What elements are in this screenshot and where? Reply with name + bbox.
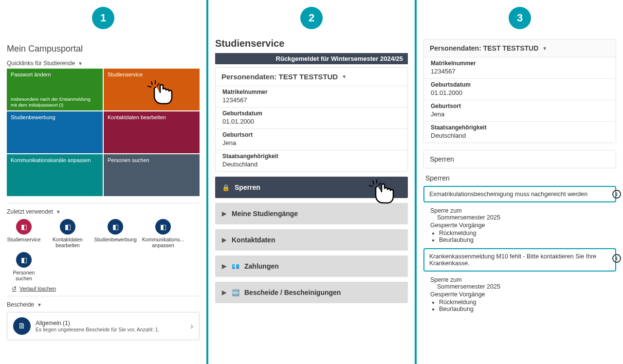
accordion-sperren[interactable]: Sperren: [215, 177, 408, 198]
bescheide-item-title: Allgemein (1): [36, 320, 185, 327]
field-geburtsdatum: Geburtsdatum 01.01.2000: [424, 78, 616, 100]
tile-title: Personen suchen: [108, 157, 196, 163]
recent-item-kontaktdaten[interactable]: ◧ Kontaktdaten bearbeiten: [51, 219, 85, 248]
chevron-down-icon: ▼: [56, 209, 61, 215]
chevron-down-icon: ▼: [37, 302, 42, 308]
persondata-toggle[interactable]: Personendaten: TEST TESTSTUD ▼: [216, 68, 407, 86]
page-title: Studienservice: [215, 38, 408, 49]
page-icon: ◧: [16, 219, 32, 235]
quicklinks-label: Quicklinks für Studierende: [7, 60, 75, 67]
recent-item-label: Studienbewerbung: [94, 237, 137, 242]
persondata-title: Personendaten: TEST TESTSTUD: [430, 44, 538, 52]
step-badge-3: 3: [509, 7, 531, 29]
step-badge-2: 2: [300, 7, 323, 29]
tile-studienbewerbung[interactable]: Studienbewerbung: [7, 111, 103, 153]
field-value: 01.01.2000: [222, 118, 401, 125]
chevron-right-icon: ▶: [222, 237, 227, 243]
sperre-zum-value: Sommersemester 2025: [430, 214, 614, 221]
sperre-2-details: Sperre zum Sommersemester 2025 Gesperrte…: [423, 274, 616, 317]
tile-passwort-aendern[interactable]: Passwort ändern Insbesondere nach der Er…: [7, 69, 103, 110]
sperren-label: Sperren: [423, 174, 616, 182]
bescheide-item-subtitle: Es liegen ungelesene Bescheide für Sie v…: [36, 327, 185, 332]
field-label: Staatsangehörigkeit: [431, 124, 609, 131]
chevron-down-icon: ▼: [342, 74, 347, 79]
sperre-zum-label: Sperre zum: [430, 276, 614, 283]
svg-line-7: [379, 182, 381, 185]
accordion-meine-studiengaenge[interactable]: ▶ Meine Studiengänge: [215, 203, 408, 224]
bescheide-item[interactable]: 🗎 Allgemein (1) Es liegen ungelesene Bes…: [7, 312, 200, 340]
tile-kontaktdaten-bearbeiten[interactable]: Kontaktdaten bearbeiten: [104, 111, 200, 153]
panel-3: 3 Personendaten: TEST TESTSTUD ▼ Matrike…: [417, 0, 623, 364]
field-label: Matrikelnummer: [431, 60, 609, 67]
accordion-kontaktdaten[interactable]: ▶ Kontaktdaten: [215, 229, 408, 251]
persondata-title: Personendaten: TEST TESTSTUD: [221, 73, 338, 81]
sperre-vorgang: Beurlaubung: [439, 306, 614, 312]
page-icon: ◧: [16, 252, 32, 268]
field-label: Geburtsort: [222, 131, 401, 138]
new-document-icon: [232, 289, 239, 296]
recent-item-label: Personen suchen: [7, 270, 41, 281]
accordion-label: Kontaktdaten: [232, 236, 275, 244]
recent-toggle[interactable]: Zuletzt verwendet ▼: [7, 208, 200, 215]
field-matrikelnummer: Matrikelnummer 1234567: [216, 86, 407, 107]
field-label: Staatsangehörigkeit: [222, 153, 401, 160]
bescheide-label: Bescheide: [7, 301, 34, 308]
sperren-section-header[interactable]: Sperren: [423, 150, 616, 168]
accordion-zahlungen[interactable]: ▶ Zahlungen: [215, 255, 408, 277]
field-staatsangehoerigkeit: Staatsangehörigkeit Deutschland: [216, 150, 407, 171]
svg-line-1: [147, 86, 151, 87]
field-value: 1234567: [222, 96, 401, 104]
money-icon: [232, 262, 239, 270]
sperre-vorgang: Rückmeldung: [439, 299, 614, 306]
field-matrikelnummer: Matrikelnummer 1234567: [424, 57, 616, 78]
page-icon: ◧: [60, 219, 75, 235]
lock-icon: [222, 183, 230, 191]
accordion-bescheide[interactable]: ▶ Bescheide / Bescheinigungen: [215, 282, 408, 303]
recent-item-studienservice[interactable]: ◧ Studienservice: [7, 219, 41, 248]
field-value: Deutschland: [222, 161, 401, 168]
recent-label: Zuletzt verwendet: [7, 208, 53, 215]
field-value: 01.01.2000: [431, 89, 609, 96]
undo-icon: ↺: [12, 285, 17, 292]
field-value: Deutschland: [431, 132, 609, 139]
tile-title: Studienbewerbung: [11, 114, 99, 120]
document-icon: 🗎: [13, 317, 31, 335]
sperre-title: Krankenkassenmeldung M10 fehlt - Bitte k…: [429, 253, 596, 267]
persondata-toggle[interactable]: Personendaten: TEST TESTSTUD ▼: [424, 39, 616, 57]
recent-item-kommunikation[interactable]: ◧ Kommunikations... anpassen: [146, 219, 180, 248]
tile-kommunikationskanaele[interactable]: Kommunikationskanäle anpassen: [7, 154, 103, 196]
tile-studienservice[interactable]: Studienservice: [104, 69, 200, 110]
field-geburtsdatum: Geburtsdatum 01.01.2000: [216, 107, 407, 128]
recent-item-personen-suchen[interactable]: ◧ Personen suchen: [7, 252, 41, 281]
field-geburtsort: Geburtsort Jena: [424, 100, 616, 121]
status-bar: Rückgemeldet für Wintersemester 2024/25: [215, 53, 408, 64]
field-geburtsort: Geburtsort Jena: [216, 128, 407, 150]
chevron-right-icon: ›: [190, 321, 193, 331]
recent-item-studienbewerbung[interactable]: ◧ Studienbewerbung: [94, 219, 136, 248]
info-icon[interactable]: i: [612, 190, 621, 199]
svg-line-0: [151, 81, 152, 85]
accordion-label: Bescheide / Bescheinigungen: [244, 289, 341, 296]
chevron-right-icon: ▶: [222, 263, 227, 270]
sperre-vorgang: Beurlaubung: [439, 237, 614, 243]
sperre-vorgaenge-label: Gesperrte Vorgänge: [430, 222, 614, 229]
persondata-card: Personendaten: TEST TESTSTUD ▼ Matrikeln…: [215, 67, 408, 172]
sperre-zum-value: Sommersemester 2025: [430, 283, 614, 290]
chevron-right-icon: ▶: [222, 210, 227, 217]
info-icon[interactable]: i: [612, 254, 621, 263]
panel-2: 2 Studienservice Rückgemeldet für Winter…: [208, 0, 415, 364]
click-cursor-icon: [146, 79, 175, 107]
accordion-label: Zahlungen: [244, 262, 279, 270]
panel-1: 1 Mein Campusportal Quicklinks für Studi…: [0, 0, 206, 364]
recent-item-label: Kontaktdaten bearbeiten: [51, 237, 85, 248]
sperre-zum-label: Sperre zum: [430, 207, 614, 214]
tile-personen-suchen[interactable]: Personen suchen: [104, 154, 200, 196]
clear-history-link[interactable]: ↺ Verlauf löschen: [12, 285, 200, 292]
bescheide-toggle[interactable]: Bescheide ▼: [7, 301, 200, 308]
svg-line-5: [369, 185, 373, 186]
page-title: Mein Campusportal: [7, 44, 200, 54]
persondata-card: Personendaten: TEST TESTSTUD ▼ Matrikeln…: [423, 39, 616, 143]
sperre-title: Exmatrikulationsbescheinigung muss nachg…: [429, 191, 587, 198]
tile-title: Kommunikationskanäle anpassen: [11, 157, 99, 163]
quicklinks-toggle[interactable]: Quicklinks für Studierende ▼: [7, 60, 200, 67]
